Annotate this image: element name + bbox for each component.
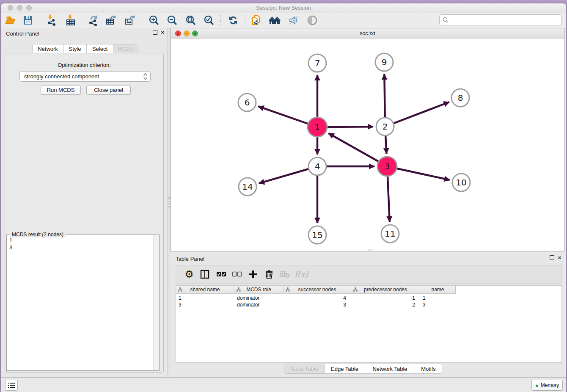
import-table-icon[interactable] [64,14,77,27]
optimization-criterion-select[interactable]: strongly connected component [19,71,151,82]
control-panel-tabs: NetworkStyleSelectMCDS [32,44,138,53]
table-row[interactable]: 3dominator323 [176,301,456,308]
result-scrollbar[interactable] [153,235,159,370]
save-session-icon[interactable] [21,14,35,27]
table-header-row: shared nameMCDS rolesuccessor nodesprede… [176,286,456,294]
table-panel: Table Panel × ⚙ [171,253,564,378]
network-resize-grip[interactable] [368,249,372,251]
open-session-icon[interactable] [3,14,17,27]
graph-node-label: 9 [382,57,387,67]
delete-table-icon[interactable] [278,268,292,281]
tab-node-table[interactable]: Node Table [284,364,325,373]
zoom-out-icon[interactable] [165,14,179,27]
memory-label: Memory [541,382,559,388]
duplicate-network-icon[interactable] [250,14,263,27]
graph-node-label: 15 [312,230,322,240]
tab-select[interactable]: Select [87,44,113,53]
app-window: Session: New Session [1,3,566,392]
zoom-in-icon[interactable] [147,14,161,27]
graph-node-label: 2 [383,121,388,132]
graph-node-label: 7 [315,58,320,68]
table-cell: 2 [351,301,420,308]
graph-node-label: 14 [242,182,253,192]
close-panel-button[interactable]: Close panel [86,85,131,95]
tab-motifs[interactable]: Motifs [415,364,442,373]
table-cell: 1 [351,295,420,301]
unselect-all-columns-icon[interactable] [230,268,244,281]
network-graph: 1234678910111415 [171,39,564,251]
memory-button[interactable]: ● Memory [531,380,563,391]
table-panel-float-icon[interactable] [550,255,554,260]
table-cell: dominator [234,301,284,308]
refresh-icon[interactable] [226,14,240,27]
tab-mcds[interactable]: MCDS [113,44,138,53]
optimization-criterion-label: Optimization criterion: [5,62,163,68]
delete-column-icon[interactable] [262,268,276,281]
toolbar-separator [142,15,142,26]
table-panel-tabs: Node TableEdge TableNetwork TableMotifs [284,364,442,374]
export-network-icon[interactable] [86,14,100,27]
tab-style[interactable]: Style [63,44,87,53]
graph-node-label: 11 [385,229,395,239]
control-panel-float-icon[interactable] [153,30,157,35]
mcds-panel: Optimization criterion: strongly connect… [5,53,164,373]
show-column-panel-icon[interactable] [198,268,212,281]
table-cell: dominator [234,295,284,301]
table-cell: 3 [284,301,351,308]
toolbar-separator [82,15,82,26]
graph-node-label: 6 [245,97,250,108]
graph-node-label: 4 [315,161,320,171]
table-cell: 3 [420,301,456,308]
graph-node-label: 8 [458,93,463,103]
list-icon [8,382,15,389]
table-cell: 1 [176,295,234,301]
first-neighbors-icon[interactable] [268,14,282,27]
main-area: Control Panel × NetworkStyleSelectMCDS O… [1,28,566,378]
graph-node-label: 3 [385,161,390,171]
column-header-predecessor-nodes[interactable]: predecessor nodes [351,286,420,294]
export-image-icon[interactable] [123,14,137,27]
table-options-icon[interactable]: ⚙ [182,268,196,281]
column-header-shared-name[interactable]: shared name [176,286,234,294]
network-canvas[interactable]: 1234678910111415 [171,39,564,251]
table-panel-close-icon[interactable]: × [558,255,561,260]
zoom-selected-icon[interactable] [202,14,216,27]
table-cell: 4 [284,295,351,301]
control-panel-close-icon[interactable]: × [161,30,164,35]
graph-edge-2-8[interactable] [385,102,449,127]
column-header-successor-nodes[interactable]: successor nodes [284,286,351,294]
mcds-result-text[interactable]: 1 3 [9,237,12,251]
show-details-icon[interactable] [306,14,319,27]
create-column-icon[interactable] [246,268,260,281]
tab-network-table[interactable]: Network Table [365,364,415,373]
run-mcds-button[interactable]: Run MCDS [41,85,81,95]
column-header-name[interactable]: name [420,286,456,294]
network-view-window: × − + scc.txt 1234678910111415 [171,28,564,251]
control-panel: Control Panel × NetworkStyleSelectMCDS O… [1,28,168,378]
task-history-button[interactable] [5,380,18,391]
status-bar: ● Memory [1,377,566,392]
tab-edge-table[interactable]: Edge Table [325,364,365,373]
window-title: Session: New Session [1,5,566,11]
tab-network[interactable]: Network [33,44,63,53]
search-box [439,14,562,25]
search-input[interactable] [451,15,560,25]
table-row[interactable]: 1dominator411 [176,295,456,301]
function-builder-icon[interactable]: f(x) [295,268,308,281]
import-network-icon[interactable] [45,14,58,27]
control-panel-title: Control Panel [6,30,39,37]
toolbar-separator [245,15,245,26]
selected-criterion: strongly connected component [24,73,99,80]
mcds-result-title: MCDS result (2 nodes) [10,232,65,237]
memory-status-icon: ● [535,383,539,388]
mcds-result-box: MCDS result (2 nodes) 1 3 [6,235,160,371]
column-header-MCDS-role[interactable]: MCDS role [234,286,284,294]
hide-details-icon[interactable] [287,14,300,27]
select-all-columns-icon[interactable] [215,268,228,281]
toolbar-separator [220,15,221,26]
zoom-fit-icon[interactable] [184,14,198,27]
graph-node-label: 1 [315,122,320,132]
node-table: shared nameMCDS rolesuccessor nodesprede… [176,285,562,363]
title-bar: Session: New Session [1,3,566,13]
export-table-icon[interactable] [105,14,118,27]
